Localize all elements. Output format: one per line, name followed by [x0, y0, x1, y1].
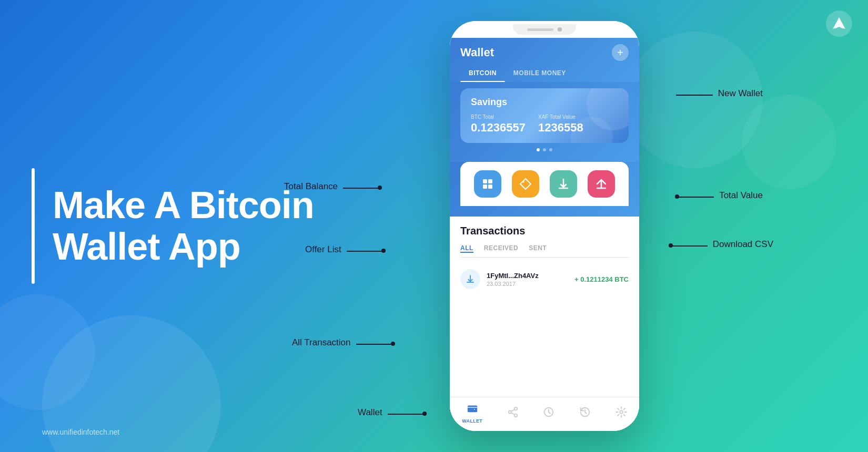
app-tabs: BITCOIN MOBILE MONEY [460, 65, 629, 82]
wallet-nav-line [388, 414, 425, 415]
download-csv-button[interactable] [550, 170, 577, 198]
svg-point-4 [523, 181, 524, 183]
notch-camera [558, 27, 562, 32]
tab-sent-transactions[interactable]: SENT [529, 244, 547, 253]
svg-line-9 [511, 413, 514, 415]
total-value-line [677, 197, 714, 198]
wallet-card: Savings BTC Total 0.1236557 XAF Total Va… [460, 88, 629, 143]
phone-screen-inner: Wallet + BITCOIN MOBILE MONEY [450, 38, 639, 431]
phone-area: Wallet + BITCOIN MOBILE MONEY [431, 21, 658, 452]
transaction-item: 1FyMtI...Zh4AVz 23.03.2017 + 0.1211234 B… [460, 265, 629, 293]
transaction-icon [460, 269, 480, 289]
btc-amount: 0.1236557 [471, 121, 526, 134]
history-icon [579, 406, 591, 420]
tab-bitcoin[interactable]: BITCOIN [460, 65, 505, 82]
nav-wallet-label: WALLET [462, 418, 482, 424]
transaction-tabs: ALL RECEIVED SENT [460, 244, 629, 258]
phone-frame: Wallet + BITCOIN MOBILE MONEY [450, 21, 639, 431]
offer-list-annotation: Offer List [305, 244, 341, 255]
phone-notch [513, 24, 576, 35]
all-transaction-line [356, 344, 393, 345]
wallet-nav-annotation: Wallet [358, 407, 382, 418]
total-value-annotation: Total Value [719, 190, 763, 201]
tab-mobile-money[interactable]: MOBILE MONEY [505, 65, 574, 82]
download-csv-annotation: Download CSV [713, 239, 773, 250]
nav-item-clock[interactable] [543, 406, 554, 420]
clock-icon [543, 406, 554, 420]
transaction-address: 1FyMtI...Zh4AVz [487, 272, 568, 280]
tab-received-transactions[interactable]: RECEIVED [484, 244, 518, 253]
total-value-label: Total Value [719, 190, 763, 200]
phone-screen: Wallet + BITCOIN MOBILE MONEY [450, 38, 639, 431]
offer-list-dot [381, 249, 386, 253]
nav-item-wallet[interactable]: WALLET [462, 403, 482, 424]
total-balance-label: Total Balance [284, 181, 338, 191]
offer-list-line [347, 251, 383, 252]
tab-all-transactions[interactable]: ALL [460, 244, 473, 253]
new-wallet-label: New Wallet [718, 88, 763, 98]
total-balance-line [343, 188, 380, 189]
main-heading: Make A Bitcoin Wallet App [42, 184, 337, 268]
transactions-title: Transactions [460, 225, 629, 237]
nav-item-share[interactable] [507, 406, 519, 420]
wallet-nav-dot [422, 412, 427, 416]
notch-speaker [527, 28, 553, 31]
svg-rect-5 [468, 406, 477, 413]
transaction-amount: + 0.1211234 BTC [574, 275, 629, 283]
svg-point-12 [620, 410, 623, 414]
svg-rect-1 [488, 179, 492, 183]
website-label: www.unifiedinfotech.net [42, 428, 119, 436]
share-nav-icon [507, 406, 519, 420]
nav-item-history[interactable] [579, 406, 591, 420]
nav-item-settings[interactable] [615, 406, 627, 420]
card-dot-3 [549, 148, 552, 151]
new-wallet-annotation: New Wallet [718, 88, 763, 99]
phone-notch-area [450, 21, 639, 38]
share-button[interactable] [588, 170, 615, 198]
bottom-nav: WALLET [450, 397, 639, 431]
card-dots [460, 148, 629, 151]
new-wallet-line [676, 95, 713, 96]
all-transaction-annotation: All Transaction [292, 337, 351, 348]
transaction-date: 23.03.2017 [487, 281, 568, 287]
offer-list-label: Offer List [305, 244, 341, 254]
card-dot-1 [537, 148, 540, 151]
left-border-bar [32, 168, 35, 284]
decorative-circle-4 [742, 95, 836, 189]
app-header: Wallet + BITCOIN MOBILE MONEY [450, 38, 639, 82]
tag-button[interactable] [512, 170, 539, 198]
transaction-info: 1FyMtI...Zh4AVz 23.03.2017 [487, 272, 568, 287]
xaf-label: XAF Total Value [538, 114, 583, 120]
wallet-icon [467, 403, 478, 417]
total-balance-annotation: Total Balance [284, 181, 338, 192]
svg-rect-3 [488, 184, 492, 189]
download-csv-label: Download CSV [713, 239, 773, 249]
offer-list-button[interactable] [474, 170, 501, 198]
xaf-amount: 1236558 [538, 121, 583, 134]
btc-balance-item: BTC Total 0.1236557 [471, 114, 526, 135]
svg-rect-2 [483, 184, 487, 189]
svg-line-10 [511, 409, 514, 411]
wallet-nav-label: Wallet [358, 407, 382, 417]
company-logo [826, 11, 852, 37]
savings-title: Savings [471, 97, 618, 108]
btc-label: BTC Total [471, 114, 526, 120]
app-title: Wallet [460, 46, 494, 59]
all-transaction-dot [391, 342, 395, 346]
card-dot-2 [543, 148, 546, 151]
action-buttons-row [460, 162, 629, 206]
download-csv-dot [669, 243, 673, 248]
xaf-balance-item: XAF Total Value 1236558 [538, 114, 583, 135]
settings-icon [615, 406, 627, 420]
new-wallet-button[interactable]: + [612, 44, 629, 61]
svg-rect-0 [483, 179, 487, 183]
all-transaction-label: All Transaction [292, 337, 351, 347]
wallet-card-container: Savings BTC Total 0.1236557 XAF Total Va… [450, 82, 639, 162]
download-csv-line [671, 245, 708, 246]
left-panel: Make A Bitcoin Wallet App www.unifiedinf… [32, 0, 358, 452]
action-buttons-area [450, 162, 639, 217]
balance-row: BTC Total 0.1236557 XAF Total Value 1236… [471, 114, 618, 135]
app-header-top: Wallet + [460, 44, 629, 61]
